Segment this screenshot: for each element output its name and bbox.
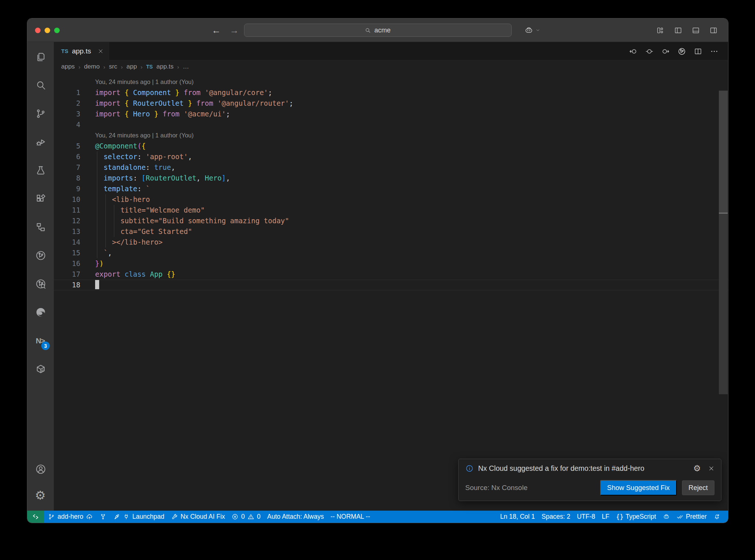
code-text[interactable]: title="Welcmoe demo" [80, 205, 205, 216]
code-text[interactable]: imports: [RouterOutlet, Hero], [80, 173, 230, 183]
nx-cloud-ai-fix-item[interactable]: Nx Cloud AI Fix [168, 511, 229, 523]
code-line[interactable]: 17export class App {} [54, 269, 728, 280]
line-number[interactable]: 9 [54, 183, 80, 194]
activity-item-testing[interactable] [27, 156, 54, 185]
code-line[interactable]: 18 [54, 280, 728, 290]
code-line[interactable]: 11 title="Welcmoe demo" [54, 205, 728, 216]
toggle-panel-button[interactable] [692, 26, 700, 35]
code-line[interactable]: 9 template: ` [54, 183, 728, 194]
remote-indicator[interactable] [27, 511, 44, 523]
activity-item-nx-console[interactable]: N>3 [27, 326, 54, 355]
line-number[interactable]: 16 [54, 258, 80, 269]
problems-item[interactable]: 00 [228, 511, 264, 523]
breadcrumb-item[interactable]: src [109, 63, 117, 70]
encoding-item[interactable]: UTF-8 [574, 511, 599, 523]
editor-scrollbar[interactable] [719, 91, 728, 394]
line-number[interactable]: 3 [54, 109, 80, 119]
breadcrumb-item[interactable]: apps [61, 63, 75, 70]
line-number[interactable]: 7 [54, 162, 80, 173]
split-editor-button[interactable] [694, 47, 702, 56]
code-text[interactable]: import { Hero } from '@acme/ui'; [80, 109, 230, 119]
scrollbar-thumb[interactable] [719, 91, 728, 213]
nx-run-button[interactable] [678, 47, 686, 56]
code-text[interactable] [80, 280, 99, 290]
line-number[interactable]: 15 [54, 248, 80, 258]
code-text[interactable]: import { Component } from '@angular/core… [80, 87, 272, 98]
code-text[interactable]: @Component({ [80, 141, 146, 151]
breadcrumb-item[interactable]: app [126, 63, 137, 70]
code-line[interactable]: 12 subtitle="Build something amazing tod… [54, 216, 728, 226]
line-number[interactable]: 18 [54, 280, 80, 290]
nav-back-button[interactable]: ← [212, 25, 221, 36]
breadcrumb-overflow[interactable]: … [183, 63, 189, 70]
current-position-button[interactable] [645, 47, 654, 56]
close-icon[interactable] [708, 465, 714, 472]
cursor-position-item[interactable]: Ln 18, Col 1 [497, 511, 538, 523]
code-line[interactable]: 4 [54, 119, 728, 130]
line-number[interactable]: 2 [54, 98, 80, 109]
activity-item-source-control[interactable] [27, 99, 54, 128]
nx-project-graph-item[interactable] [96, 511, 110, 523]
code-text[interactable]: `, [80, 248, 112, 258]
activity-item-project-details[interactable] [27, 213, 54, 241]
show-suggested-fix-button[interactable]: Show Suggested Fix [600, 480, 677, 496]
activity-item-nx-graph[interactable] [27, 270, 54, 298]
macos-zoom-button[interactable] [54, 28, 60, 33]
activity-item-run-and-debug[interactable] [27, 128, 54, 156]
copilot-status-item[interactable] [660, 511, 673, 523]
activity-item-edge-devtools[interactable] [27, 298, 54, 326]
line-number[interactable]: 11 [54, 205, 80, 216]
close-icon[interactable] [98, 48, 104, 54]
notifications-item[interactable] [710, 511, 724, 523]
line-number[interactable]: 14 [54, 237, 80, 248]
toggle-primary-sidebar-button[interactable] [674, 26, 682, 35]
go-back-button[interactable] [629, 47, 637, 56]
code-text[interactable]: export class App {} [80, 269, 175, 280]
code-editor[interactable]: You, 24 minutes ago | 1 author (You)1imp… [54, 73, 728, 290]
launchpad-item[interactable]: Launchpad [110, 511, 168, 523]
code-text[interactable]: <lib-hero [80, 194, 150, 205]
activity-item-settings[interactable]: ⚙ [27, 482, 54, 508]
code-line[interactable]: 6 selector: 'app-root', [54, 151, 728, 162]
code-line[interactable]: 7 standalone: true, [54, 162, 728, 173]
command-center-search[interactable]: acme [244, 24, 512, 37]
indentation-item[interactable]: Spaces: 2 [538, 511, 574, 523]
line-number[interactable]: 13 [54, 226, 80, 237]
line-number[interactable]: 6 [54, 151, 80, 162]
code-line[interactable]: 15 `, [54, 248, 728, 258]
breadcrumb-item[interactable]: demo [84, 63, 100, 70]
reject-button[interactable]: Reject [682, 480, 714, 495]
code-text[interactable]: subtitle="Build something amazing today" [80, 216, 289, 226]
line-number[interactable]: 1 [54, 87, 80, 98]
line-number[interactable]: 4 [54, 119, 80, 130]
line-number[interactable]: 10 [54, 194, 80, 205]
auto-attach-item[interactable]: Auto Attach: Always [264, 511, 327, 523]
activity-item-accounts[interactable] [27, 456, 54, 482]
activity-item-nx-cloud[interactable] [27, 241, 54, 270]
code-line[interactable]: 10 <lib-hero [54, 194, 728, 205]
code-text[interactable]: selector: 'app-root', [80, 151, 192, 162]
activity-item-search[interactable] [27, 71, 54, 99]
code-text[interactable]: standalone: true, [80, 162, 175, 173]
activity-item-extensions[interactable] [27, 185, 54, 213]
copilot-menu[interactable] [524, 18, 540, 42]
eol-item[interactable]: LF [598, 511, 612, 523]
code-line[interactable]: 16}) [54, 258, 728, 269]
go-forward-button[interactable] [661, 47, 670, 56]
more-actions-button[interactable] [710, 47, 719, 56]
code-line[interactable]: 8 imports: [RouterOutlet, Hero], [54, 173, 728, 183]
line-number[interactable]: 8 [54, 173, 80, 183]
line-number[interactable]: 5 [54, 141, 80, 151]
code-line[interactable]: 2import { RouterOutlet } from '@angular/… [54, 98, 728, 109]
customize-layout-button[interactable] [656, 26, 665, 35]
line-number[interactable]: 17 [54, 269, 80, 280]
code-line[interactable]: 5@Component({ [54, 141, 728, 151]
activity-item-explorer[interactable] [27, 43, 54, 71]
code-line[interactable]: 14 ></lib-hero> [54, 237, 728, 248]
codelens-label[interactable]: You, 24 minutes ago | 1 author (You) [95, 77, 194, 87]
tab-app-ts[interactable]: TS app.ts [54, 42, 109, 60]
toggle-secondary-sidebar-button[interactable] [709, 26, 718, 35]
language-mode-item[interactable]: {}TypeScript [613, 511, 660, 523]
breadcrumb-file[interactable]: app.ts [156, 63, 173, 70]
activity-item-containers[interactable] [27, 355, 54, 383]
